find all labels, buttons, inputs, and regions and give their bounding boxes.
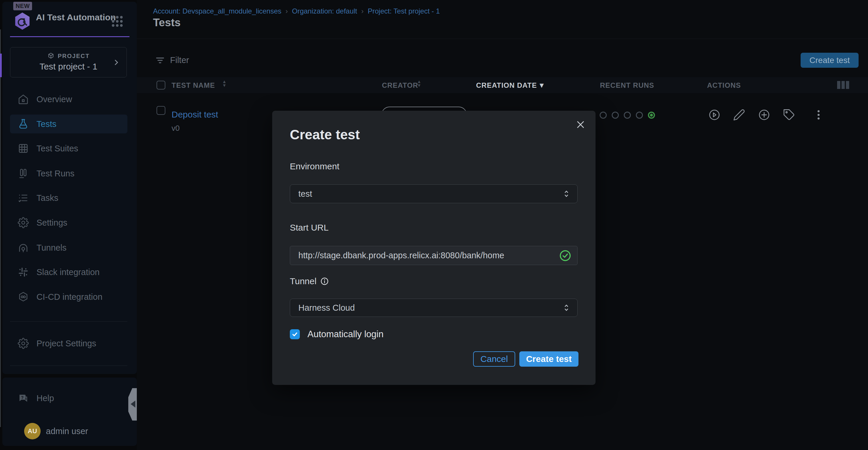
environment-label: Environment xyxy=(290,161,339,171)
create-test-modal: Create test Environment test Start URL h… xyxy=(272,111,595,385)
tunnel-label-text: Tunnel xyxy=(290,276,317,286)
select-chevrons-icon xyxy=(563,303,570,313)
info-icon[interactable] xyxy=(320,277,329,286)
create-test-submit-button[interactable]: Create test xyxy=(519,351,579,367)
close-icon[interactable] xyxy=(576,119,586,130)
url-valid-check-icon xyxy=(559,249,571,262)
start-url-input[interactable]: http://stage.dbank.prod-apps.relicx.ai:8… xyxy=(290,246,578,265)
auto-login-label: Automatically login xyxy=(308,329,383,340)
tunnel-select[interactable]: Harness Cloud xyxy=(290,299,578,317)
select-chevrons-icon xyxy=(563,189,570,199)
tunnel-label: Tunnel xyxy=(290,276,329,286)
app-root: NEW AI Test Automation xyxy=(0,0,868,450)
tunnel-value: Harness Cloud xyxy=(298,303,355,313)
start-url-value: http://stage.dbank.prod-apps.relicx.ai:8… xyxy=(298,251,504,260)
cancel-button[interactable]: Cancel xyxy=(473,351,515,367)
environment-select[interactable]: test xyxy=(290,185,578,203)
auto-login-checkbox[interactable] xyxy=(290,329,300,339)
auto-login-row: Automatically login xyxy=(290,329,383,340)
modal-title: Create test xyxy=(290,126,360,143)
start-url-label: Start URL xyxy=(290,223,329,233)
environment-value: test xyxy=(298,189,312,199)
